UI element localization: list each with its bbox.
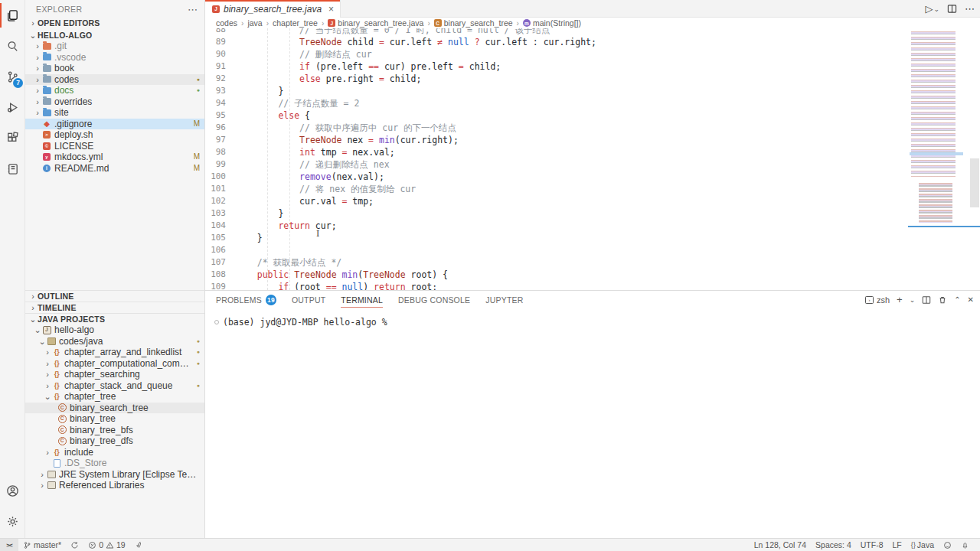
- code-line-96[interactable]: 96 // 获取中序遍历中 cur 的下一个结点: [205, 122, 906, 134]
- editor-scrollbar[interactable]: [969, 28, 980, 290]
- file--gitignore[interactable]: ◆.gitignoreM: [25, 119, 204, 130]
- code-line-100[interactable]: 100 remove(nex.val);: [205, 171, 906, 183]
- run-dropdown-chevron-icon[interactable]: ⌄: [933, 5, 939, 13]
- code-line-104[interactable]: 104 return cur;: [205, 220, 906, 232]
- feedback-button[interactable]: [939, 539, 956, 551]
- project-item-chapter-array-and-linkedlist[interactable]: ›{}chapter_array_and_linkedlist●: [25, 347, 204, 358]
- file-license[interactable]: ©LICENSE: [25, 141, 204, 152]
- project-item-chapter-tree[interactable]: ⌄{}chapter_tree: [25, 391, 204, 403]
- breadcrumb-item[interactable]: mmain(String[]): [523, 18, 581, 28]
- indentation-status[interactable]: Spaces: 4: [811, 539, 856, 551]
- file-readme-md[interactable]: iREADME.mdM: [25, 163, 204, 174]
- kill-terminal-button[interactable]: [938, 295, 947, 305]
- code-line-99[interactable]: 99 // 递归删除结点 nex: [205, 158, 906, 171]
- code-line-97[interactable]: 97 TreeNode nex = min(cur.right);: [205, 134, 906, 146]
- remote-indicator[interactable]: ><: [0, 539, 18, 551]
- breadcrumb-item[interactable]: java: [247, 18, 262, 28]
- breadcrumb-item[interactable]: chapter_tree: [273, 18, 318, 28]
- close-panel-button[interactable]: ✕: [968, 295, 974, 304]
- shell-selector[interactable]: › zsh: [865, 295, 890, 305]
- panel-tab-terminal[interactable]: TERMINAL: [341, 291, 383, 308]
- panel-tab-jupyter[interactable]: JUPYTER: [485, 291, 523, 308]
- git-branch-status[interactable]: master*: [18, 539, 66, 551]
- activity-search-button[interactable]: [0, 31, 25, 61]
- problems-status[interactable]: 0 19: [83, 539, 130, 551]
- file-book[interactable]: ›book: [25, 63, 204, 74]
- panel-tab-debug-console[interactable]: DEBUG CONSOLE: [398, 291, 470, 308]
- panel-tab-output[interactable]: OUTPUT: [292, 291, 325, 308]
- code-line-109[interactable]: 109 if (root == null) return root;: [205, 281, 906, 290]
- activity-extensions-button[interactable]: [0, 122, 25, 153]
- minimap[interactable]: [908, 30, 969, 290]
- project-item-referenced-libraries[interactable]: ›Referenced Libraries: [25, 480, 204, 491]
- code-editor[interactable]: 88 // 当子结点数量 = 0 / 1 时, child = null / 该…: [205, 28, 980, 290]
- run-java-button[interactable]: ▷ ⌄: [925, 3, 939, 15]
- code-line-107[interactable]: 107 /* 获取最小结点 */: [205, 256, 906, 269]
- project-item-binary-tree-bfs[interactable]: Cbinary_tree_bfs: [25, 425, 204, 436]
- code-line-92[interactable]: 92 else pre.right = child;: [205, 73, 906, 85]
- explorer-more-actions-button[interactable]: ⋯: [188, 4, 198, 15]
- file--vscode[interactable]: ›.vscode: [25, 52, 204, 64]
- file-docs[interactable]: ›docs●: [25, 85, 204, 96]
- terminal[interactable]: (base) jyd@JYD-MBP hello-algo %: [205, 308, 980, 538]
- java-status-button[interactable]: [130, 539, 148, 551]
- workspace-root-section[interactable]: ⌄ HELLO-ALGO: [25, 29, 204, 41]
- project-item--ds-store[interactable]: .DS_Store: [25, 458, 204, 469]
- activity-explorer-button[interactable]: [0, 0, 25, 31]
- file-overrides[interactable]: ›overrides: [25, 96, 204, 108]
- account-button[interactable]: [0, 475, 25, 506]
- code-line-91[interactable]: 91 if (pre.left == cur) pre.left = child…: [205, 60, 906, 73]
- project-item-include[interactable]: ›{}include: [25, 447, 204, 458]
- breadcrumb-item[interactable]: Jbinary_search_tree.java: [328, 18, 423, 28]
- java-projects-section[interactable]: ⌄ JAVA PROJECTS: [25, 313, 204, 324]
- encoding-status[interactable]: UTF-8: [856, 539, 888, 551]
- code-line-98[interactable]: 98 int tmp = nex.val;: [205, 146, 906, 158]
- code-line-94[interactable]: 94 // 子结点数量 = 2: [205, 97, 906, 109]
- activity-source-control-button[interactable]: 7: [0, 61, 25, 92]
- scrollbar-thumb[interactable]: [970, 158, 979, 207]
- project-item-chapter-computational-complexity[interactable]: ›{}chapter_computational_complexity●: [25, 358, 204, 370]
- project-item-chapter-searching[interactable]: ›{}chapter_searching: [25, 369, 204, 380]
- sync-changes-button[interactable]: [66, 539, 83, 551]
- new-terminal-button[interactable]: +: [897, 294, 903, 305]
- cursor-position-status[interactable]: Ln 128, Col 74: [750, 539, 811, 551]
- split-terminal-button[interactable]: [922, 295, 931, 305]
- breadcrumb-item[interactable]: codes: [216, 18, 237, 28]
- code-line-102[interactable]: 102 cur.val = tmp;: [205, 195, 906, 207]
- code-line-103[interactable]: 103 }: [205, 207, 906, 220]
- project-item-hello-algo[interactable]: ⌄Jhello-algo: [25, 324, 204, 336]
- file-site[interactable]: ›site: [25, 107, 204, 119]
- language-mode-status[interactable]: { } Java: [906, 539, 939, 551]
- settings-button[interactable]: [0, 506, 25, 536]
- maximize-panel-button[interactable]: ⌃: [954, 295, 960, 304]
- project-item-binary-search-tree[interactable]: Cbinary_search_tree: [25, 403, 204, 414]
- code-line-106[interactable]: 106: [205, 244, 906, 256]
- timeline-section[interactable]: › TIMELINE: [25, 302, 204, 313]
- project-item-chapter-stack-and-queue[interactable]: ›{}chapter_stack_and_queue●: [25, 380, 204, 392]
- activity-notebook-button[interactable]: [0, 153, 25, 184]
- code-line-108[interactable]: 108 public TreeNode min(TreeNode root) {: [205, 269, 906, 281]
- code-line-95[interactable]: 95 else {: [205, 109, 906, 122]
- terminal-dropdown-chevron-icon[interactable]: ⌄: [910, 296, 916, 304]
- project-item-binary-tree-dfs[interactable]: Cbinary_tree_dfs: [25, 435, 204, 447]
- panel-tab-problems[interactable]: PROBLEMS19: [216, 291, 276, 308]
- project-item-jre-system-library-eclipse-temurin-17-17-[interactable]: ›JRE System Library [Eclipse Temurin 17 …: [25, 469, 204, 481]
- breadcrumb-item[interactable]: Cbinary_search_tree: [434, 18, 513, 28]
- notifications-button[interactable]: [956, 539, 974, 551]
- eol-status[interactable]: LF: [888, 539, 906, 551]
- code-line-101[interactable]: 101 // 将 nex 的值复制给 cur: [205, 183, 906, 195]
- file-deploy-sh[interactable]: >deploy.sh: [25, 129, 204, 141]
- activity-run-debug-button[interactable]: [0, 92, 25, 122]
- file--git[interactable]: ›.git: [25, 41, 204, 52]
- file-codes[interactable]: ›codes●: [25, 74, 204, 86]
- tab-binary-search-tree[interactable]: J binary_search_tree.java ×: [205, 0, 341, 18]
- split-editor-button[interactable]: [947, 4, 957, 14]
- tab-close-icon[interactable]: ×: [328, 4, 334, 15]
- code-line-90[interactable]: 90 // 删除结点 cur: [205, 48, 906, 60]
- project-item-codes-java[interactable]: ⌄codes/java●: [25, 336, 204, 347]
- open-editors-section[interactable]: › OPEN EDITORS: [25, 17, 204, 28]
- code-line-105[interactable]: 105 }: [205, 232, 906, 244]
- editor-more-actions-button[interactable]: ⋯: [965, 3, 975, 15]
- code-line-93[interactable]: 93 }: [205, 85, 906, 97]
- code-line-89[interactable]: 89 TreeNode child = cur.left ≠ null ? cu…: [205, 36, 906, 48]
